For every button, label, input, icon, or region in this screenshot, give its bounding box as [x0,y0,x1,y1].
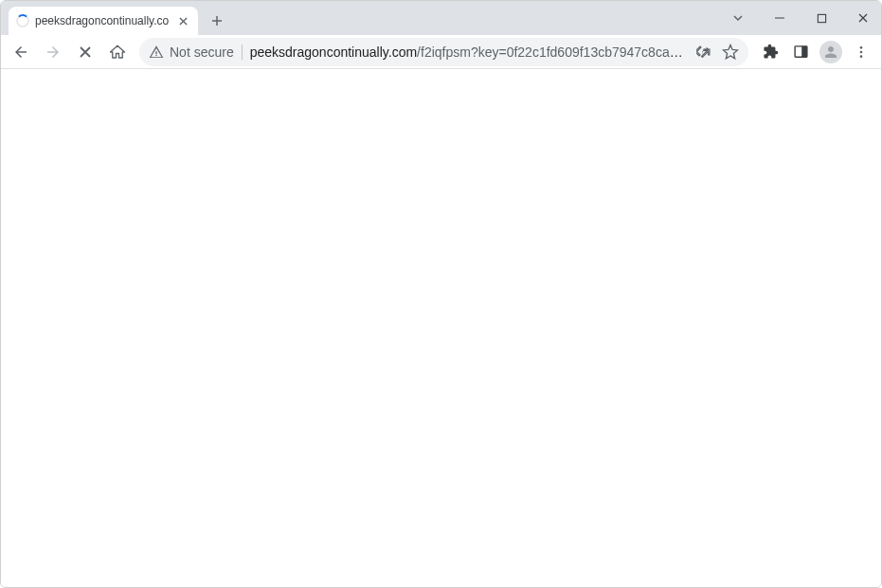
svg-point-5 [860,55,863,58]
tab-search-button[interactable] [726,6,750,30]
browser-tab[interactable]: peeksdragoncontinually.com/f2i [9,7,198,35]
menu-button[interactable] [847,38,875,66]
security-label: Not secure [170,45,234,60]
back-button[interactable] [7,38,35,66]
svg-rect-2 [801,46,807,57]
share-icon[interactable] [696,44,712,60]
url-path: /f2iqfpsm?key=0f22c1fd609f13cb7947c8cabf… [417,45,689,60]
url-domain: peeksdragoncontinually.com [250,45,417,60]
bookmark-star-icon[interactable] [722,44,739,61]
toolbar: Not secure peeksdragoncontinually.com/f2… [1,35,881,69]
address-bar[interactable]: Not secure peeksdragoncontinually.com/f2… [139,38,748,66]
svg-point-4 [860,50,863,53]
svg-rect-0 [818,14,825,22]
loading-spinner-icon [16,14,29,27]
tab-close-button[interactable] [175,13,190,28]
security-indicator[interactable]: Not secure [149,45,234,60]
not-secure-warning-icon [149,45,164,60]
omnibox-actions [696,44,739,61]
extensions-button[interactable] [756,38,784,66]
close-window-button[interactable] [851,6,875,30]
forward-button[interactable] [39,38,67,66]
omnibox-divider [242,45,243,60]
stop-reload-button[interactable] [71,38,99,66]
svg-point-3 [860,46,863,49]
page-content [1,69,881,588]
avatar-icon [819,41,842,63]
window-controls [726,1,875,35]
tab-title: peeksdragoncontinually.com/f2i [35,14,170,27]
toolbar-right [756,38,875,66]
minimize-button[interactable] [767,6,792,30]
maximize-button[interactable] [809,6,834,30]
home-button[interactable] [103,38,132,66]
profile-button[interactable] [817,38,845,66]
url-text: peeksdragoncontinually.com/f2iqfpsm?key=… [250,45,689,60]
side-panel-button[interactable] [786,38,815,66]
tab-strip: peeksdragoncontinually.com/f2i [1,1,881,35]
new-tab-button[interactable] [204,8,230,34]
